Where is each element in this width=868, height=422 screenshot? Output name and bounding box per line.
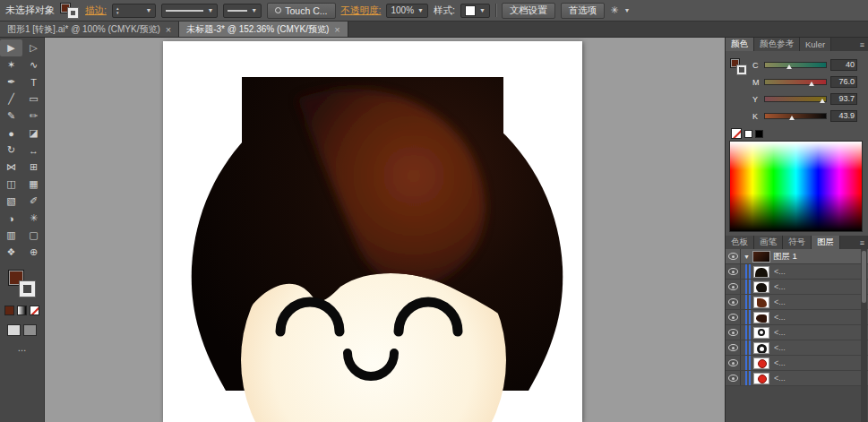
layer-row[interactable]: <...	[726, 264, 868, 280]
none-swatch-icon[interactable]	[731, 128, 742, 139]
layer-thumbnail[interactable]	[753, 312, 769, 323]
layer-row[interactable]: <...	[726, 371, 868, 386]
tab-kuler[interactable]: Kuler	[800, 38, 831, 51]
tool-blend-icon[interactable]: ◑	[0, 210, 22, 227]
chevron-down-icon[interactable]: ▼	[145, 7, 151, 13]
black-track[interactable]	[764, 113, 827, 119]
yellow-value[interactable]: 93.7	[830, 93, 857, 105]
tool-column-graph-icon[interactable]: ▥	[0, 227, 22, 244]
yellow-slider[interactable]: Y 93.7	[752, 90, 864, 108]
tool-rotate-icon[interactable]: ↻	[0, 142, 22, 159]
stroke-color-swatch[interactable]	[20, 281, 35, 297]
tool-symbol-sprayer-icon[interactable]: ✳	[22, 210, 45, 227]
layer-thumbnail[interactable]	[753, 297, 769, 308]
layer-row[interactable]: <...	[726, 280, 868, 295]
panel-fill-stroke[interactable]	[730, 58, 750, 82]
color-spectrum[interactable]	[729, 141, 863, 232]
draw-normal-icon[interactable]	[7, 324, 21, 336]
tool-pen-icon[interactable]: ✒	[0, 73, 22, 90]
layer-root-row[interactable]: ▼ 图层 1	[726, 249, 868, 264]
stroke-link[interactable]: 描边:	[85, 4, 107, 17]
tool-hand-icon[interactable]: ❖	[0, 244, 22, 261]
opacity-link[interactable]: 不透明度:	[341, 4, 382, 17]
tool-rectangle-icon[interactable]: ▭	[22, 90, 45, 108]
tool-lasso-icon[interactable]: ∿	[22, 56, 45, 73]
magenta-slider[interactable]: M 76.0	[752, 73, 864, 90]
tool-direct-selection-icon[interactable]: ▷	[22, 39, 45, 56]
visibility-eye-icon[interactable]	[726, 264, 741, 279]
draw-behind-icon[interactable]	[23, 324, 37, 336]
workspace-icon[interactable]: ✳	[610, 4, 618, 16]
stroke-swatch-icon[interactable]	[737, 65, 746, 74]
close-icon[interactable]: ×	[166, 24, 171, 35]
tool-magic-wand-icon[interactable]: ✶	[0, 56, 22, 73]
black-swatch-icon[interactable]	[755, 130, 763, 138]
white-swatch-icon[interactable]	[744, 130, 752, 138]
slider-marker-icon[interactable]	[820, 99, 825, 103]
visibility-eye-icon[interactable]	[726, 310, 741, 324]
layer-row[interactable]: <...	[726, 340, 868, 356]
stroke-stepper-icon[interactable]: ▴▾	[116, 6, 119, 15]
color-mode-icon[interactable]	[4, 306, 14, 315]
tab-layers[interactable]: 图层	[812, 236, 840, 249]
layer-thumbnail[interactable]	[753, 357, 769, 369]
tool-scale-icon[interactable]: ↔	[22, 142, 45, 159]
tool-zoom-icon[interactable]: ⊕	[22, 244, 45, 261]
layer-thumbnail[interactable]	[753, 373, 769, 384]
fill-stroke-proxy[interactable]	[60, 2, 80, 19]
visibility-eye-icon[interactable]	[726, 340, 741, 355]
tool-gradient-icon[interactable]: ▧	[0, 193, 22, 210]
expand-triangle-icon[interactable]: ▼	[743, 254, 750, 260]
document-tab-2[interactable]: 未标题-3* @ 152.36% (CMYK/预览) ×	[179, 22, 348, 37]
layers-scrollbar[interactable]	[861, 249, 867, 422]
visibility-eye-icon[interactable]	[726, 325, 741, 340]
tool-shape-builder-icon[interactable]: ◫	[0, 176, 22, 193]
slider-marker-icon[interactable]	[786, 65, 792, 69]
stroke-swatch-icon[interactable]	[68, 8, 78, 18]
visibility-eye-icon[interactable]	[726, 356, 741, 370]
tool-paintbrush-icon[interactable]: ✎	[0, 108, 22, 125]
tool-pencil-icon[interactable]: ✏	[22, 108, 45, 125]
layer-thumbnail[interactable]	[753, 342, 769, 354]
layer-row[interactable]: <...	[726, 295, 868, 310]
layer-row[interactable]: <...	[726, 310, 868, 325]
visibility-eye-icon[interactable]	[726, 249, 741, 263]
tool-blob-brush-icon[interactable]: ●	[0, 125, 22, 142]
chevron-down-icon[interactable]: ▼	[479, 7, 486, 13]
tool-free-transform-icon[interactable]: ⊞	[22, 159, 45, 176]
toolbar-more-icon[interactable]: …	[0, 343, 44, 353]
chevron-down-icon[interactable]: ▼	[417, 7, 424, 13]
tab-symbols[interactable]: 符号	[783, 236, 812, 249]
canvas-area[interactable]	[45, 38, 725, 422]
width-profile-combo[interactable]: ▼	[161, 4, 218, 18]
cyan-value[interactable]: 40	[830, 59, 857, 71]
layer-thumbnail[interactable]	[752, 251, 770, 263]
document-tab-1[interactable]: 图形1 [转换].ai* @ 100% (CMYK/预览) ×	[0, 22, 179, 37]
style-combo[interactable]: ▼	[460, 4, 490, 18]
visibility-eye-icon[interactable]	[726, 280, 741, 294]
layer-thumbnail[interactable]	[753, 327, 769, 339]
magenta-value[interactable]: 76.0	[830, 76, 857, 88]
tab-color[interactable]: 颜色	[726, 38, 754, 51]
layer-row[interactable]: <...	[726, 325, 868, 340]
layer-row[interactable]: <...	[726, 356, 868, 371]
preferences-button[interactable]: 首选项	[561, 3, 606, 19]
visibility-eye-icon[interactable]	[726, 371, 741, 385]
close-icon[interactable]: ×	[334, 24, 339, 35]
cyan-slider[interactable]: C 40	[752, 56, 864, 73]
stroke-width-combo[interactable]: ▴▾ ▼	[112, 4, 156, 18]
tool-mesh-icon[interactable]: ▦	[22, 176, 45, 193]
artboard[interactable]	[163, 41, 582, 422]
touch-type-button[interactable]: Touch C...	[267, 3, 335, 19]
layer-thumbnail[interactable]	[753, 281, 769, 293]
gradient-mode-icon[interactable]	[17, 306, 27, 315]
tool-type-icon[interactable]: T	[22, 73, 45, 90]
tool-line-segment-icon[interactable]: ╱	[0, 90, 22, 108]
cyan-track[interactable]	[764, 62, 827, 68]
tool-selection-icon[interactable]: ▶	[0, 39, 22, 56]
fill-stroke-control[interactable]	[6, 270, 39, 300]
slider-marker-icon[interactable]	[789, 116, 795, 120]
chevron-down-icon[interactable]: ▼	[624, 7, 631, 13]
brush-definition-combo[interactable]: ▼	[223, 4, 262, 18]
slider-marker-icon[interactable]	[809, 82, 814, 86]
